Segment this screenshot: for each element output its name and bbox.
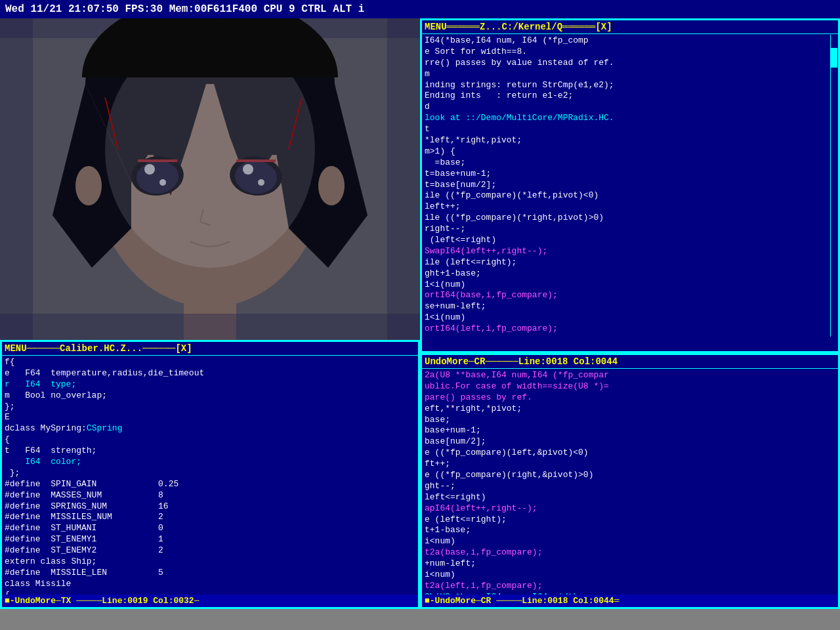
right-top-scrollbar[interactable] [830,35,838,337]
scrollbar-thumb [831,48,837,68]
status-bar: Wed 11/21 21:07:50 FPS:30 Mem:00F611F400… [0,0,840,18]
bottom-left-title: MENU──────Caliber.HC.Z...──────[X] [5,343,192,354]
right-panel-top-title: MENU══════Z...C:/Kernel/Q══════[X] [425,22,612,32]
bottom-left-status-text: ■-UndoMore─TX ─────Line:0019 Col:0032─ [5,596,199,606]
status-text: Wed 11/21 21:07:50 FPS:30 Mem:00F611F400… [5,3,364,15]
bottom-right-status: ■-UndoMore─CR ─────Line:0018 Col:0044═ [422,595,838,607]
bottom-left-status: ■-UndoMore─TX ─────Line:0019 Col:0032─ [2,595,418,607]
bottom-left-code-panel: MENU──────Caliber.HC.Z...──────[X] f{e F… [0,340,420,609]
right-panel-top-titlebar: MENU══════Z...C:/Kernel/Q══════[X] [422,20,838,34]
image-panel [0,18,420,340]
bottom-right-title: UndoMore─CR──────Line:0018 Col:0044 [425,356,618,367]
bottom-right-status-text: ■-UndoMore─CR ─────Line:0018 Col:0044═ [425,596,619,606]
bottom-left-titlebar: MENU──────Caliber.HC.Z...──────[X] [2,342,418,356]
anime-face-canvas [0,18,420,340]
right-top-code-content: I64(*base,I64 num, I64 (*fp_compe Sort f… [422,34,838,336]
right-code-panel-top: MENU══════Z...C:/Kernel/Q══════[X] I64(*… [420,18,840,353]
bottom-right-code-content: 2a(U8 **base,I64 num,I64 (*fp_comparubli… [422,369,838,604]
bottom-right-titlebar: UndoMore─CR──────Line:0018 Col:0044 [422,355,838,369]
bottom-left-code-content: f{e F64 temperature,radius,die_timeoutr … [2,356,418,609]
bottom-right-code-panel: UndoMore─CR──────Line:0018 Col:0044 2a(U… [420,353,840,609]
